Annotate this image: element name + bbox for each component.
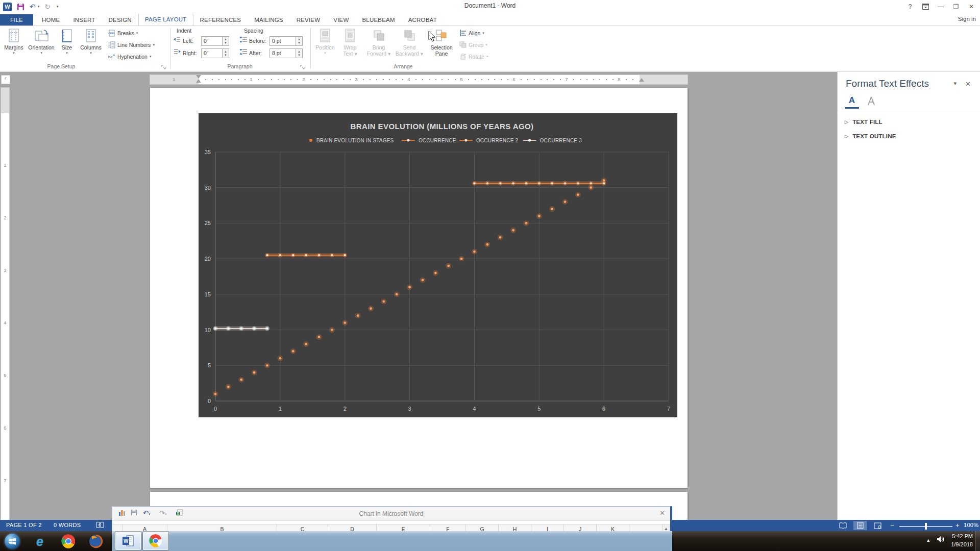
chevron-right-icon: ▷ [845,134,848,139]
svg-text:6: 6 [602,406,605,412]
spacing-after-input[interactable]: 8 pt [270,48,296,58]
dialog-launcher-icon[interactable] [161,63,168,70]
dialog-launcher-icon[interactable] [300,63,307,70]
indent-left-stepper[interactable]: ▲▼ [223,36,229,46]
word-count[interactable]: 0 WORDS [54,522,81,528]
tab-home[interactable]: HOME [35,15,66,26]
text-fill-tab-icon[interactable]: A [845,93,859,109]
sign-in-link[interactable]: Sign in [958,16,976,22]
close-icon[interactable]: ✕ [659,509,665,517]
orientation-button[interactable]: Orientation ▾ [27,27,56,55]
horizontal-ruler[interactable]: 112345678 [150,75,688,84]
ruler-number: 7 [1,478,9,483]
show-desktop-button[interactable] [975,531,980,551]
clock[interactable]: 5:42 PM 1/9/2018 [951,532,973,548]
web-layout-icon[interactable] [871,521,884,530]
size-button[interactable]: Size ▾ [57,27,77,55]
tab-mailings[interactable]: MAILINGS [248,15,290,26]
ribbon-display-options-icon[interactable] [918,0,933,13]
tab-bluebeam[interactable]: BLUEBEAM [355,15,401,26]
ruler-number: 1 [173,77,175,82]
zoom-out-icon[interactable]: − [890,521,894,529]
columns-button[interactable]: Columns ▾ [78,27,104,55]
tab-insert[interactable]: INSERT [66,15,102,26]
position-button[interactable]: Position ▾ [313,27,337,55]
svg-text:BRAIN EVOLUTION IN STAGES: BRAIN EVOLUTION IN STAGES [316,138,394,143]
restore-icon[interactable]: ❐ [948,0,964,13]
pane-close-icon[interactable]: ✕ [965,80,971,88]
hanging-indent-marker[interactable] [196,79,201,83]
svg-text:5: 5 [208,362,211,368]
taskbar-chrome-button[interactable] [143,532,168,550]
rotate-button[interactable]: Rotate▾ [459,52,488,61]
firefox-icon[interactable] [88,533,104,549]
print-layout-icon[interactable] [853,521,867,530]
breaks-button[interactable]: Breaks▾ [108,28,138,38]
chart-svg[interactable]: 0510152025303501234567BRAIN EVOLUTION (M… [199,113,677,417]
svg-text:15: 15 [205,291,211,297]
format-text-effects-pane: Format Text Effects ▾ ✕ A ▷ TEXT FILL ▷ … [837,72,980,520]
hyphenation-icon: bc [108,53,115,60]
svg-text:4: 4 [473,406,476,412]
spacing-before-stepper[interactable]: ▲▼ [296,36,303,46]
read-mode-icon[interactable] [836,521,849,530]
vertical-ruler[interactable]: 1234567 [1,88,9,520]
section-text-outline[interactable]: ▷ TEXT OUTLINE [845,133,896,139]
close-icon[interactable]: ✕ [964,0,979,13]
size-icon [61,27,73,44]
indent-right-input[interactable]: 0" [201,48,223,58]
margins-button[interactable]: Margins ▾ [2,27,26,55]
zoom-percentage[interactable]: 100% [964,522,978,528]
spacing-before-icon [240,36,247,43]
pane-menu-icon[interactable]: ▾ [953,80,957,87]
svg-text:5: 5 [537,406,541,412]
tab-page-layout[interactable]: PAGE LAYOUT [138,14,193,26]
tab-acrobat[interactable]: ACROBAT [402,15,444,26]
group-button[interactable]: Group▾ [459,40,487,49]
indent-right-stepper[interactable]: ▲▼ [223,48,229,58]
tab-selector[interactable]: ⌜ [1,75,10,84]
line-numbers-button[interactable]: 12 Line Numbers▾ [108,40,155,49]
taskbar-word-button[interactable]: W [115,532,141,550]
page-indicator[interactable]: PAGE 1 OF 2 [6,522,42,528]
section-text-fill[interactable]: ▷ TEXT FILL [845,119,883,125]
page-1[interactable]: 0510152025303501234567BRAIN EVOLUTION (M… [150,88,688,488]
chart-window-titlebar[interactable]: ↶▾ ↷▾ X Chart in Microsoft Word ✕ [112,507,670,521]
proofing-icon[interactable] [96,521,104,531]
minimize-icon[interactable]: — [933,0,948,13]
start-button[interactable] [4,533,20,549]
wrap-text-icon [344,27,356,44]
svg-text:OCCURRENCE: OCCURRENCE [419,138,456,143]
first-line-indent-marker[interactable] [196,75,201,79]
svg-text:0: 0 [208,398,211,404]
indent-right-icon [174,48,181,55]
chevron-down-icon: ▾ [40,51,42,55]
volume-icon[interactable] [937,536,945,545]
indent-left-input[interactable]: 0" [201,36,223,46]
chart-title: BRAIN EVOLUTION (MILLIONS OF YEARS AGO) [351,122,534,131]
brain-evolution-chart[interactable]: 0510152025303501234567BRAIN EVOLUTION (M… [199,113,677,417]
zoom-slider-thumb[interactable] [925,523,927,530]
ribbon: Margins ▾ Orientation ▾ Size ▾ Columns ▾ [0,26,980,72]
send-backward-button[interactable]: Send Backward ▾ [394,27,425,57]
text-effects-tab-icon[interactable] [864,93,878,109]
hyphenation-button[interactable]: bc Hyphenation▾ [108,52,151,61]
spacing-after-stepper[interactable]: ▲▼ [296,48,303,58]
tab-design[interactable]: DESIGN [102,15,138,26]
pane-title: Format Text Effects [846,78,929,89]
tray-expand-icon[interactable]: ▲ [926,538,930,543]
right-indent-marker[interactable] [639,78,644,82]
zoom-in-icon[interactable]: + [955,521,960,529]
tab-view[interactable]: VIEW [327,15,355,26]
bring-forward-button[interactable]: Bring Forward ▾ [364,27,393,57]
align-button[interactable]: Align▾ [459,28,484,38]
wrap-text-button[interactable]: Wrap Text ▾ [338,27,362,57]
chrome-icon[interactable] [60,533,77,549]
tab-review[interactable]: REVIEW [290,15,327,26]
tab-file[interactable]: FILE [0,14,33,26]
internet-explorer-icon[interactable]: e [32,533,48,549]
svg-text:7: 7 [667,406,670,412]
tab-references[interactable]: REFERENCES [193,15,248,26]
help-icon[interactable]: ? [902,0,918,13]
spacing-before-input[interactable]: 0 pt [270,36,296,46]
